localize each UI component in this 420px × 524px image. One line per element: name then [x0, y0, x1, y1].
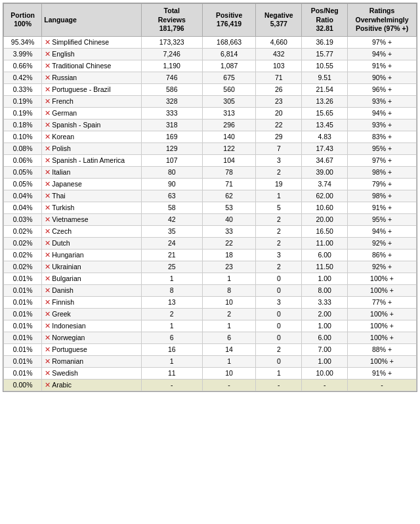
x-icon: ✕	[45, 204, 51, 212]
cell-ratio: 36.19	[302, 36, 348, 48]
cell-ratio: 16.50	[302, 225, 348, 237]
cell-total: 333	[141, 107, 202, 119]
cell-negative: 5	[256, 202, 302, 213]
cell-positive: 62	[202, 190, 256, 202]
cell-positive: 22	[202, 237, 256, 249]
cell-portion: 0.33%	[4, 83, 42, 95]
cell-portion: 3.99%	[4, 48, 42, 60]
cell-ratio: 15.65	[302, 107, 348, 119]
table-body: 95.34%✕Simplified Chinese173,323168,6634…	[4, 36, 417, 391]
table-row: 0.05%✕Italian8078239.0098% +	[4, 166, 417, 178]
cell-portion: 0.42%	[4, 72, 42, 83]
cell-total: 129	[141, 142, 202, 154]
cell-ratings: 97% +	[348, 36, 417, 48]
language-label: Turkish	[52, 204, 74, 211]
cell-ratio: 15.77	[302, 48, 348, 60]
cell-ratings: 88% +	[348, 343, 417, 355]
x-icon: ✕	[45, 298, 51, 307]
cell-ratings: 100% +	[348, 308, 417, 320]
cell-positive: 53	[202, 202, 256, 213]
x-icon: ✕	[45, 381, 51, 389]
cell-total: 2	[141, 308, 202, 320]
cell-portion: 0.01%	[4, 320, 42, 332]
cell-ratio: 6.00	[302, 332, 348, 343]
cell-positive: 33	[202, 225, 256, 237]
cell-ratings: 94% +	[348, 107, 417, 119]
table-row: 0.66%✕Traditional Chinese1,1901,08710310…	[4, 60, 417, 72]
language-label: Greek	[52, 310, 71, 318]
cell-positive: 23	[202, 261, 256, 273]
cell-total: 169	[141, 131, 202, 142]
cell-negative: 0	[256, 284, 302, 296]
cell-negative: 22	[256, 119, 302, 131]
table-row: 0.19%✕French3283052313.2693% +	[4, 95, 417, 107]
cell-ratio: 6.00	[302, 249, 348, 261]
cell-ratings: 86% +	[348, 249, 417, 261]
cell-portion: 0.05%	[4, 178, 42, 190]
cell-ratio: 20.00	[302, 213, 348, 225]
language-label: Ukrainian	[52, 263, 81, 271]
table-row: 0.00%✕Arabic-----	[4, 379, 417, 391]
cell-portion: 0.03%	[4, 213, 42, 225]
cell-negative: 2	[256, 225, 302, 237]
x-icon: ✕	[45, 215, 51, 224]
table-row: 0.03%✕Vietnamese4240220.0095% +	[4, 213, 417, 225]
cell-ratio: 3.74	[302, 178, 348, 190]
cell-total: 25	[141, 261, 202, 273]
cell-negative: 103	[256, 60, 302, 72]
cell-portion: 0.19%	[4, 95, 42, 107]
table-row: 0.01%✕Bulgarian1101.00100% +	[4, 273, 417, 284]
cell-ratings: 100% +	[348, 355, 417, 367]
cell-positive: 6,814	[202, 48, 256, 60]
cell-ratings: 98% +	[348, 166, 417, 178]
cell-portion: 0.01%	[4, 273, 42, 284]
cell-total: 24	[141, 237, 202, 249]
language-label: Spanish - Latin America	[52, 156, 125, 164]
table-row: 0.06%✕Spanish - Latin America107104334.6…	[4, 154, 417, 166]
header-negative: Negative5,377	[256, 4, 302, 37]
cell-positive: 78	[202, 166, 256, 178]
cell-portion: 0.02%	[4, 261, 42, 273]
cell-positive: 140	[202, 131, 256, 142]
x-icon: ✕	[45, 109, 51, 118]
cell-negative: 4,660	[256, 36, 302, 48]
cell-negative: 3	[256, 154, 302, 166]
x-icon: ✕	[45, 286, 51, 295]
table-row: 0.01%✕Danish8808.00100% +	[4, 284, 417, 296]
cell-positive: 6	[202, 332, 256, 343]
language-label: Russian	[52, 74, 77, 81]
cell-total: 7,246	[141, 48, 202, 60]
cell-ratings: 94% +	[348, 48, 417, 60]
table-row: 0.02%✕Ukrainian2523211.5092% +	[4, 261, 417, 273]
cell-portion: 0.06%	[4, 154, 42, 166]
cell-ratings: 93% +	[348, 95, 417, 107]
cell-ratio: 10.55	[302, 60, 348, 72]
cell-negative: 1	[256, 367, 302, 379]
cell-language: ✕Russian	[42, 72, 141, 83]
cell-negative: 2	[256, 213, 302, 225]
cell-positive: 168,663	[202, 36, 256, 48]
header-ratings: RatingsOverwhelminglyPositive (97% +)	[348, 4, 417, 37]
language-label: Norwegian	[52, 334, 85, 341]
x-icon: ✕	[45, 62, 51, 70]
cell-negative: 432	[256, 48, 302, 60]
table-row: 95.34%✕Simplified Chinese173,323168,6634…	[4, 36, 417, 48]
table-row: 0.02%✕Dutch2422211.0092% +	[4, 237, 417, 249]
cell-positive: 305	[202, 95, 256, 107]
header-row: Portion100% Language TotalReviews181,796…	[4, 4, 417, 37]
cell-ratings: 100% +	[348, 332, 417, 343]
cell-language: ✕Polish	[42, 142, 141, 154]
table-row: 0.42%✕Russian746675719.5190% +	[4, 72, 417, 83]
cell-ratings: 96% +	[348, 83, 417, 95]
cell-portion: 0.01%	[4, 284, 42, 296]
cell-ratings: 91% +	[348, 202, 417, 213]
cell-negative: 19	[256, 178, 302, 190]
language-label: Thai	[52, 192, 65, 200]
x-icon: ✕	[45, 180, 51, 188]
table-row: 0.01%✕Indonesian1101.00100% +	[4, 320, 417, 332]
language-label: Swedish	[52, 369, 78, 377]
table-row: 0.01%✕Romanian1101.00100% +	[4, 355, 417, 367]
cell-positive: 71	[202, 178, 256, 190]
table-row: 0.19%✕German3333132015.6594% +	[4, 107, 417, 119]
table-row: 3.99%✕English7,2466,81443215.7794% +	[4, 48, 417, 60]
